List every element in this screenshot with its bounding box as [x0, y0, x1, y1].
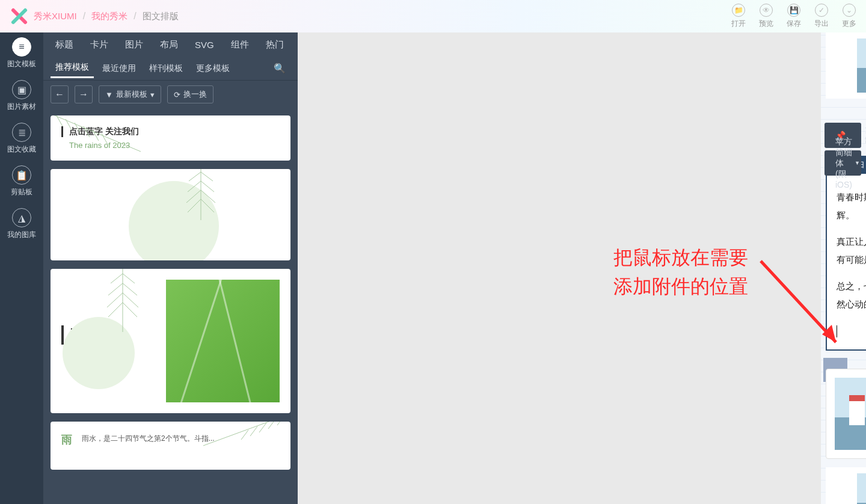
category-tabs: 标题 卡片 图片 布局 SVG 组件 热门	[43, 32, 298, 57]
bookmark-icon: ≣	[12, 123, 31, 142]
save-icon: 💾	[787, 4, 800, 17]
template-body: 雨水，是二十四节气之第2个节气。斗指...	[82, 432, 280, 447]
tab-image[interactable]: 图片	[120, 37, 148, 53]
template-card[interactable]: 雨 雨水，是二十四节气之第2个节气。斗指...	[51, 422, 290, 470]
folder-icon: 📁	[732, 4, 745, 17]
breadcrumb-mine[interactable]: 我的秀米	[91, 11, 127, 22]
hero-image[interactable]	[857, 38, 866, 93]
tab-hot[interactable]: 热门	[261, 37, 289, 53]
subtab-recommend[interactable]: 推荐模板	[51, 58, 94, 78]
template-subtitle: The rains of 2023	[61, 141, 280, 150]
template-list[interactable]: 点击蓝字 关注我们 The rains of 2023 雨水 The rains…	[43, 108, 298, 504]
rail-material[interactable]: ▣图片素材	[7, 80, 36, 112]
left-rail: ≡图文模板 ▣图片素材 ≣图文收藏 📋剪贴板 ◮我的图库	[0, 32, 43, 504]
logo-icon	[10, 7, 29, 26]
rail-clipboard[interactable]: 📋剪贴板	[11, 165, 32, 197]
more-button[interactable]: ⌄更多	[842, 4, 856, 29]
filter-icon: ▼	[105, 90, 113, 99]
format-toolbar: 苹方简细体(限iOS) ▼ ▼ ▼ ≡ ▼ B I U AB T∅ T✦	[825, 150, 861, 176]
template-card[interactable]: 雨水 The rains	[51, 169, 290, 260]
annotation-arrow-icon	[755, 255, 851, 357]
canvas-area[interactable]: 把鼠标放在需要添加附件的位置 📌 复制▼ 🗑 收藏 变换组件▼ 后插空行▼ 👆 …	[298, 32, 866, 504]
newest-button[interactable]: ▼最新模板▾	[99, 85, 161, 103]
svg-line-0	[761, 261, 836, 342]
template-card[interactable]: 点击蓝字 关注我们 The rains of 2023	[51, 115, 290, 161]
subtab-recent[interactable]: 最近使用	[97, 60, 141, 78]
save-button[interactable]: 💾保存	[787, 4, 801, 29]
font-select[interactable]: 苹方简细体(限iOS) ▼	[831, 134, 865, 192]
tab-svg[interactable]: SVG	[190, 37, 219, 52]
template-panel: 主题色 标题 卡片 图片 布局 SVG 组件 热门 推荐模板 最近使用 样刊模板…	[43, 32, 298, 504]
mountain-icon: ◮	[12, 208, 31, 227]
rail-template[interactable]: ≡图文模板	[7, 37, 36, 69]
shuffle-button[interactable]: ⟳换一换	[167, 85, 213, 103]
grass-image	[166, 280, 280, 402]
top-bar: 秀米XIUMI / 我的秀米 / 图文排版 📁打开 👁预览 💾保存 ✓导出 ⌄更…	[0, 0, 866, 32]
rail-collect[interactable]: ≣图文收藏	[7, 123, 36, 155]
tab-component[interactable]: 组件	[226, 37, 254, 53]
check-icon: ✓	[815, 4, 828, 17]
subtab-sample[interactable]: 样刊模板	[144, 60, 188, 78]
tab-title[interactable]: 标题	[51, 37, 78, 53]
paragraph[interactable]: 青春时期度过的每一个日子，都在往后的回忆中熠熠生辉。	[837, 188, 866, 224]
open-button[interactable]: 📁打开	[731, 4, 746, 29]
template-title: 点击蓝字 关注我们	[61, 126, 280, 137]
breadcrumb-editor: 图文排版	[143, 11, 179, 22]
eye-icon: 👁	[760, 4, 773, 17]
panel-toolbar: ← → ▼最新模板▾ ⟳换一换	[43, 81, 298, 108]
prev-button[interactable]: ←	[51, 85, 69, 103]
lower-block[interactable]: MEIGUISHAO NIAN 想穿越 想飞天 想变成造字的仓颉	[826, 369, 866, 459]
next-button[interactable]: →	[75, 85, 93, 103]
chevron-down-icon: ⌄	[843, 4, 856, 17]
card-image[interactable]	[835, 378, 866, 450]
tab-layout[interactable]: 布局	[155, 37, 183, 53]
clipboard-icon: 📋	[12, 165, 31, 185]
annotation-text: 把鼠标放在需要添加附件的位置	[613, 243, 748, 301]
refresh-icon: ⟳	[174, 90, 180, 99]
subtab-more[interactable]: 更多模板	[191, 60, 235, 78]
floating-toolbars: 📌 复制▼ 🗑 收藏 变换组件▼ 后插空行▼ 👆 苹方简细体(限iOS) ▼ ▼…	[825, 123, 861, 176]
breadcrumb-brand[interactable]: 秀米XIUMI	[34, 11, 77, 22]
template-char: 雨	[61, 432, 72, 447]
search-icon[interactable]: 🔍	[269, 59, 290, 78]
preview-button[interactable]: 👁预览	[759, 4, 773, 29]
image-icon: ▣	[12, 80, 31, 99]
tab-card[interactable]: 卡片	[85, 37, 113, 53]
template-card[interactable]: 雨水 The rains	[51, 269, 290, 413]
lines-icon: ≡	[12, 37, 31, 57]
footer-image[interactable]	[857, 473, 866, 504]
rail-gallery[interactable]: ◮我的图库	[7, 208, 36, 240]
sub-tabs: 推荐模板 最近使用 样刊模板 更多模板 🔍	[43, 57, 298, 81]
export-button[interactable]: ✓导出	[814, 4, 829, 29]
